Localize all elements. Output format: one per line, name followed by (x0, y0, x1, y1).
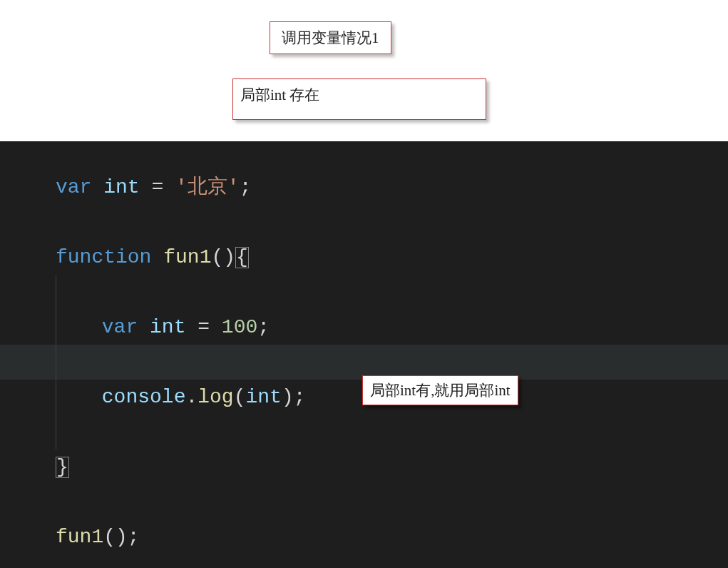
string-literal: '北京' (175, 178, 240, 198)
code-line-current (0, 345, 728, 380)
code-block: var int = '北京'; function fun1(){ var int… (0, 141, 728, 554)
semicolon: ; (128, 527, 140, 547)
indent-guide (56, 275, 90, 310)
bracket-match: { (235, 247, 249, 268)
dot: . (185, 387, 198, 407)
indent-guide (56, 380, 102, 415)
semicolon: ; (240, 178, 252, 198)
paren-open: ( (234, 387, 246, 407)
subtitle-callout: 局部int 存在 (232, 78, 486, 120)
method-call: log (198, 387, 233, 407)
code-line: var int = '北京'; (56, 170, 728, 205)
bracket-match: } (56, 457, 69, 478)
function-call: fun1 (56, 527, 103, 547)
identifier: int (103, 178, 151, 198)
parentheses: () (211, 248, 235, 268)
code-line: var int = 100; (56, 310, 728, 345)
identifier: console (102, 387, 186, 407)
keyword-var: var (56, 178, 103, 198)
argument: int (245, 387, 281, 407)
indent-guide (56, 415, 90, 450)
operator: = (151, 178, 175, 198)
paren-close: ) (282, 387, 294, 407)
code-line-blank (56, 415, 728, 450)
title-callout: 调用变量情况1 (270, 21, 391, 54)
code-line: } (56, 450, 728, 485)
identifier: int (150, 318, 198, 338)
function-name: fun1 (163, 248, 211, 268)
code-line-blank (56, 205, 728, 240)
code-editor-panel: var int = '北京'; function fun1(){ var int… (0, 141, 728, 568)
keyword-function: function (56, 248, 163, 268)
operator: = (198, 318, 222, 338)
slide-header-area: 调用变量情况1 局部int 存在 (0, 0, 728, 141)
code-line-blank (56, 485, 728, 519)
code-line: fun1(); (56, 519, 728, 554)
inline-annotation: 局部int有,就用局部int (362, 375, 518, 405)
number-literal: 100 (222, 318, 257, 338)
semicolon: ; (257, 318, 270, 338)
code-line-blank (56, 275, 728, 310)
indent-guide (56, 310, 102, 345)
parentheses: () (103, 527, 128, 547)
keyword-var: var (102, 318, 150, 338)
indent-guide (56, 345, 90, 380)
semicolon: ; (294, 387, 306, 407)
code-line: function fun1(){ (56, 240, 728, 275)
